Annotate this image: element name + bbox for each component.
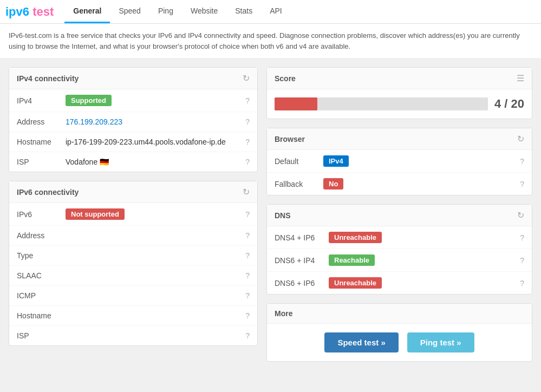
dns-label-dns6-ip6: DNS6 + IP6 <box>275 279 329 288</box>
ipv6-row-type: Type ? <box>9 246 257 266</box>
dns-help-dns6-ip4[interactable]: ? <box>520 256 524 265</box>
left-column: IPv4 connectivity ↻ IPv4 Supported ? Add… <box>9 67 258 362</box>
ipv6-help-slaac[interactable]: ? <box>245 271 250 280</box>
score-list-icon[interactable]: ☰ <box>517 73 524 83</box>
ipv6-help-type[interactable]: ? <box>245 251 250 260</box>
ipv4-value-ipv4: Supported <box>66 95 241 106</box>
ipv4-title: IPv4 connectivity <box>17 74 79 83</box>
ipv6-row-ipv6: IPv6 Not supported ? <box>9 203 257 226</box>
score-bar-container: 4 / 20 <box>267 89 532 119</box>
ipv6-label-address: Address <box>17 231 66 240</box>
header: ipv6 test General Speed Ping Website Sta… <box>0 0 541 24</box>
score-title: Score <box>275 74 296 83</box>
ping-test-button[interactable]: Ping test » <box>407 332 474 352</box>
ipv6-title: IPv6 connectivity <box>17 188 79 197</box>
nav-general[interactable]: General <box>64 0 110 23</box>
ipv4-help-address[interactable]: ? <box>245 117 250 126</box>
more-card: More Speed test » Ping test » <box>266 303 532 362</box>
ipv6-row-address: Address ? <box>9 226 257 246</box>
ipv6-help-icmp[interactable]: ? <box>245 291 250 300</box>
browser-default-badge: IPv4 <box>323 155 349 167</box>
score-card-header: Score ☰ <box>267 68 532 89</box>
score-bar-bg <box>275 97 488 110</box>
logo: ipv6 test <box>5 5 54 19</box>
ipv6-refresh-icon[interactable]: ↻ <box>243 187 250 197</box>
browser-fallback-badge: No <box>323 178 343 190</box>
ipv6-row-icmp: ICMP ? <box>9 286 257 306</box>
dns-row-dns6-ip4: DNS6 + IP4 Reachable ? <box>267 249 532 272</box>
ipv6-label-type: Type <box>17 251 66 260</box>
ipv4-refresh-icon[interactable]: ↻ <box>243 73 250 83</box>
browser-refresh-icon[interactable]: ↻ <box>517 134 524 144</box>
nav: General Speed Ping Website Stats API <box>64 0 290 23</box>
ipv6-help-isp[interactable]: ? <box>245 331 250 340</box>
ipv6-label-hostname: Hostname <box>17 311 66 320</box>
ipv4-label-ipv4: IPv4 <box>17 96 66 105</box>
ipv6-help-hostname[interactable]: ? <box>245 311 250 320</box>
browser-card: Browser ↻ Default IPv4 ? Fallback No ? <box>266 128 532 195</box>
ipv4-address-link[interactable]: 176.199.209.223 <box>66 117 122 126</box>
dns-value-dns6-ip4: Reachable <box>329 254 516 266</box>
nav-api[interactable]: API <box>261 0 291 23</box>
ipv4-help-ipv4[interactable]: ? <box>245 96 250 105</box>
ipv4-row-address: Address 176.199.209.223 ? <box>9 112 257 132</box>
ipv4-label-isp: ISP <box>17 158 66 166</box>
ipv4-card: IPv4 connectivity ↻ IPv4 Supported ? Add… <box>9 67 258 172</box>
ipv4-help-hostname[interactable]: ? <box>245 138 250 146</box>
nav-stats[interactable]: Stats <box>226 0 261 23</box>
browser-card-body: Default IPv4 ? Fallback No ? <box>267 150 532 195</box>
ipv6-row-isp: ISP ? <box>9 326 257 345</box>
dns-value-dns6-ip6: Unreachable <box>329 277 516 289</box>
browser-label-default: Default <box>275 157 323 166</box>
ipv6-row-hostname: Hostname ? <box>9 306 257 326</box>
dns-help-dns6-ip6[interactable]: ? <box>520 279 524 288</box>
dns-row-dns4-ip6: DNS4 + IP6 Unreachable ? <box>267 226 532 249</box>
dns6-ip4-badge: Reachable <box>329 254 375 266</box>
ipv6-label-isp: ISP <box>17 331 66 340</box>
browser-title: Browser <box>275 135 305 143</box>
ipv6-help-address[interactable]: ? <box>245 231 250 240</box>
ipv4-value-address: 176.199.209.223 <box>66 117 241 126</box>
browser-help-fallback[interactable]: ? <box>520 180 524 188</box>
dns-help-dns4-ip6[interactable]: ? <box>520 233 524 242</box>
browser-row-default: Default IPv4 ? <box>267 150 532 173</box>
nav-website[interactable]: Website <box>182 0 226 23</box>
ipv6-label-ipv6: IPv6 <box>17 210 66 219</box>
ipv4-row-hostname: Hostname ip-176-199-209-223.um44.pools.v… <box>9 132 257 152</box>
ipv6-help-ipv6[interactable]: ? <box>245 210 250 219</box>
speed-test-button[interactable]: Speed test » <box>324 332 398 352</box>
score-bar-fill <box>275 97 317 110</box>
ipv6-card-header: IPv6 connectivity ↻ <box>9 181 257 203</box>
ipv4-row-ipv4: IPv4 Supported ? <box>9 89 257 112</box>
browser-card-header: Browser ↻ <box>267 128 532 150</box>
dns-card: DNS ↻ DNS4 + IP6 Unreachable ? DNS6 + IP… <box>266 204 532 295</box>
right-column: Score ☰ 4 / 20 Browser ↻ Default IPv4 <box>266 67 532 362</box>
more-card-body: Speed test » Ping test » <box>267 324 532 361</box>
description-text: IPv6-test.com is a free service that che… <box>9 31 520 50</box>
score-card: Score ☰ 4 / 20 <box>266 67 532 119</box>
dns-card-header: DNS ↻ <box>267 205 532 226</box>
dns6-ip6-badge: Unreachable <box>329 277 382 289</box>
dns4-ip6-badge: Unreachable <box>329 232 382 243</box>
ipv6-label-icmp: ICMP <box>17 291 66 300</box>
ipv6-not-supported-badge: Not supported <box>66 208 125 220</box>
ipv6-value-ipv6: Not supported <box>66 208 241 220</box>
nav-ping[interactable]: Ping <box>149 0 182 23</box>
ipv4-row-isp: ISP Vodafone 🇩🇪 ? <box>9 152 257 172</box>
browser-label-fallback: Fallback <box>275 180 323 188</box>
more-title: More <box>275 309 292 318</box>
ipv4-card-body: IPv4 Supported ? Address 176.199.209.223… <box>9 89 257 172</box>
ipv6-card-body: IPv6 Not supported ? Address ? Type ? <box>9 203 257 345</box>
score-value: 4 / 20 <box>494 97 524 111</box>
ipv4-help-isp[interactable]: ? <box>245 158 250 166</box>
browser-value-fallback: No <box>323 178 516 190</box>
logo-ipv6: ipv6 <box>5 5 29 18</box>
dns-label-dns4-ip6: DNS4 + IP6 <box>275 233 329 242</box>
nav-speed[interactable]: Speed <box>110 0 149 23</box>
dns-refresh-icon[interactable]: ↻ <box>517 210 524 220</box>
dns-value-dns4-ip6: Unreachable <box>329 232 516 243</box>
ipv4-value-isp: Vodafone 🇩🇪 <box>66 158 241 166</box>
browser-help-default[interactable]: ? <box>520 157 524 166</box>
logo-test: test <box>29 5 54 18</box>
more-card-header: More <box>267 304 532 324</box>
